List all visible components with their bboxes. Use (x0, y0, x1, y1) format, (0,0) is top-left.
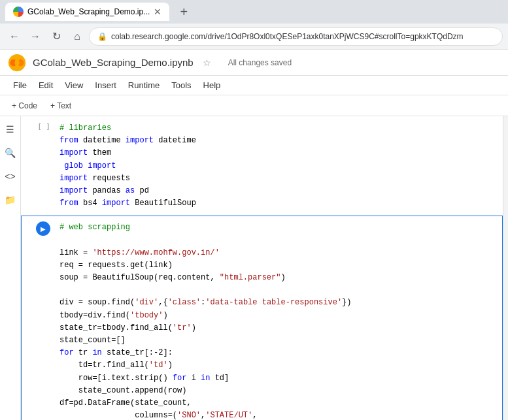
sidebar-menu-icon[interactable]: ☰ (3, 121, 18, 137)
menu-runtime[interactable]: Runtime (123, 78, 165, 93)
line-import-requests: import requests (59, 172, 497, 185)
forward-button[interactable]: → (26, 27, 44, 46)
line-df: df=pd.DataFrame(state_count, (59, 397, 497, 410)
line-glob: glob import (59, 160, 497, 172)
line-comment-webscraping: # web scrapping (59, 221, 497, 234)
add-text-button[interactable]: + Text (46, 100, 75, 112)
line-req: req = requests.get(link) (59, 259, 497, 272)
notebook-title: GColab_Web_Scraping_Demo.ipynb (33, 57, 194, 68)
left-sidebar: ☰ 🔍 <> 📁 (0, 116, 21, 420)
tab-favicon (13, 7, 24, 17)
menu-view[interactable]: View (59, 78, 88, 93)
line-import-pandas: import pandas as pd (59, 185, 497, 197)
add-text-label: + Text (50, 101, 71, 110)
line-tbody: tbody=div.find('tbody') (59, 310, 497, 322)
tab-close-button[interactable]: ✕ (154, 7, 161, 17)
notebook-container: ☰ 🔍 <> 📁 [ ] # libraries from datetime i… (0, 116, 508, 420)
line-row: row=[i.text.strip() for i in td] (59, 372, 497, 385)
colab-header: GColab_Web_Scraping_Demo.ipynb ☆ All cha… (0, 50, 508, 76)
menu-tools[interactable]: Tools (166, 78, 196, 93)
line-soup: soup = BeautifulSoup(req.content, "html.… (59, 272, 497, 284)
menu-edit[interactable]: Edit (33, 78, 58, 93)
star-icon[interactable]: ☆ (203, 57, 211, 68)
cell-1-content[interactable]: # libraries from datetime import datetim… (54, 120, 502, 212)
lock-icon: 🔒 (97, 32, 107, 41)
autosave-status: All changes saved (228, 58, 292, 67)
browser-titlebar: GColab_Web_Scraping_Demo.ip... ✕ + (0, 0, 508, 24)
line-from-datetime: from datetime import datetime (59, 135, 497, 147)
menu-bar: File Edit View Insert Runtime Tools Help (0, 76, 508, 95)
active-tab[interactable]: GColab_Web_Scraping_Demo.ip... ✕ (5, 3, 169, 21)
menu-file[interactable]: File (8, 78, 32, 93)
cell-1-controls: [ ] (22, 120, 54, 131)
home-button[interactable]: ⌂ (68, 27, 86, 46)
line-state-tr: state_tr=tbody.find_all('tr') (59, 322, 497, 334)
url-text: colab.research.google.com/drive/1OdPr8Ox… (111, 32, 464, 41)
cell-1-bracket: [ ] (37, 122, 50, 131)
sidebar-search-icon[interactable]: 🔍 (3, 145, 18, 161)
line-link: link = 'https://www.mohfw.gov.in/' (59, 247, 497, 259)
cell-libraries: [ ] # libraries from datetime import dat… (21, 116, 503, 216)
address-bar[interactable]: 🔒 colab.research.google.com/drive/1OdPr8… (89, 27, 503, 46)
right-scrollbar[interactable] (503, 116, 508, 420)
svg-point-3 (15, 59, 20, 66)
new-tab-button[interactable]: + (175, 3, 193, 21)
sidebar-code-icon[interactable]: <> (3, 169, 18, 184)
cell-2-controls: ▶ (22, 219, 54, 236)
line-columns: columns=('SNO','STATE/UT', (59, 410, 497, 420)
notebook-main: [ ] # libraries from datetime import dat… (21, 116, 503, 420)
cell-2-content[interactable]: # web scrapping link = 'https://www.mohf… (54, 219, 502, 420)
line-comment-libraries: # libraries (59, 122, 497, 135)
line-div: div = soup.find('div',{'class':'data-tab… (59, 297, 497, 309)
add-code-button[interactable]: + Code (8, 100, 41, 112)
cell-webscraping: ▶ # web scrapping link = 'https://www.mo… (21, 216, 503, 420)
browser-navbar: ← → ↻ ⌂ 🔒 colab.research.google.com/driv… (0, 24, 508, 50)
tab-title: GColab_Web_Scraping_Demo.ip... (27, 7, 150, 16)
menu-insert[interactable]: Insert (90, 78, 122, 93)
run-cell-button[interactable]: ▶ (36, 221, 50, 236)
line-import-them: import them (59, 147, 497, 159)
line-state-count: state_count=[] (59, 334, 497, 347)
toolbar: + Code + Text (0, 95, 508, 116)
reload-button[interactable]: ↻ (47, 27, 65, 46)
line-append: state_count.append(row) (59, 385, 497, 397)
add-code-label: + Code (12, 101, 37, 110)
menu-help[interactable]: Help (198, 78, 226, 93)
sidebar-file-icon[interactable]: 📁 (3, 192, 18, 208)
line-for: for tr in state_tr[:-2]: (59, 347, 497, 359)
colab-logo-icon (8, 54, 26, 72)
line-from-bs4: from bs4 import BeautifulSoup (59, 197, 497, 210)
line-td: td=tr.find_all('td') (59, 359, 497, 372)
back-button[interactable]: ← (5, 27, 24, 46)
